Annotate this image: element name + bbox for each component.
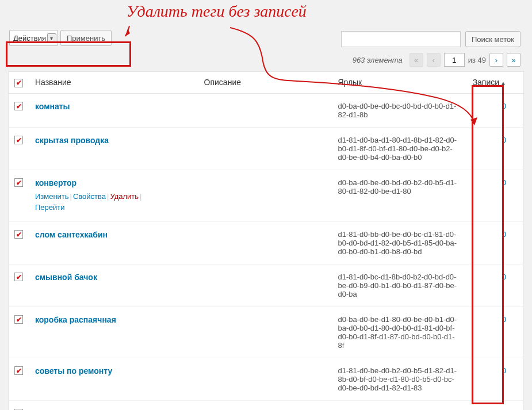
row-checkbox[interactable]	[14, 178, 23, 187]
table-row: советы по ремонтуd1-81-d0-be-d0-b2-d0-b5…	[9, 358, 524, 400]
delete-link[interactable]: Удалить	[110, 192, 139, 201]
slug-cell: d1-81-d0-be-d0-b2-d0-b5-d1-82-d1-8b-d0-b…	[332, 358, 466, 400]
description-cell	[198, 221, 332, 264]
slug-cell: d1-81-d0-ba-d1-80-d1-8b-d1-82-d0-b0-d1-8…	[332, 127, 466, 170]
tag-name-link[interactable]: смывной бачок	[35, 273, 97, 282]
tag-name-link[interactable]: советы по ремонту	[35, 366, 112, 375]
first-page-button[interactable]: «	[409, 53, 423, 67]
description-cell	[198, 93, 332, 127]
count-link[interactable]: 0	[502, 102, 506, 110]
bulk-action-select[interactable]: Действия ▾	[9, 30, 58, 46]
table-row: конверторИзменить|Свойства|Удалить|Перей…	[9, 170, 524, 221]
description-cell	[198, 127, 332, 170]
sort-asc-icon: ▲	[500, 80, 506, 86]
count-link[interactable]: 0	[502, 136, 506, 144]
of-pages: из 49	[468, 56, 486, 64]
table-row: слом сантехкабинd1-81-d0-bb-d0-be-d0-bc-…	[9, 221, 524, 264]
description-cell	[198, 358, 332, 400]
tag-name-link[interactable]: скрытая проводка	[35, 136, 109, 145]
count-link[interactable]: 0	[502, 315, 506, 324]
table-row: смывной бачокd1-81-d0-bc-d1-8b-d0-b2-d0-…	[9, 264, 524, 306]
row-checkbox[interactable]	[14, 136, 23, 144]
chevron-down-icon: ▾	[47, 33, 56, 43]
table-row: коробка распаячнаяd0-ba-d0-be-d1-80-d0-b…	[9, 306, 524, 358]
edit-link[interactable]: Изменить	[35, 192, 69, 201]
prev-page-button[interactable]: ‹	[427, 53, 441, 67]
tag-name-link[interactable]: конвертор	[35, 178, 76, 187]
items-count: 963 элемента	[353, 56, 403, 64]
slug-cell: d1-81-d0-bc-d1-8b-d0-b2-d0-bd-d0-be-d0-b…	[332, 264, 466, 306]
count-link[interactable]: 0	[502, 230, 506, 239]
apply-button[interactable]: Применить	[60, 30, 112, 46]
count-link[interactable]: 0	[502, 178, 506, 187]
row-actions: Изменить|Свойства|Удалить|Перейти	[35, 191, 193, 213]
slug-cell: d0-ba-d0-be-d0-bd-d0-b2-d0-b5-d1-80-d1-8…	[332, 170, 466, 221]
bulk-action-select-label: Действия	[13, 34, 46, 43]
row-checkbox[interactable]	[14, 315, 23, 324]
quickedit-link[interactable]: Свойства	[73, 192, 106, 201]
description-cell	[198, 306, 332, 358]
column-header-description[interactable]: Описание	[198, 72, 332, 94]
current-page-input[interactable]	[444, 53, 465, 67]
select-all-checkbox[interactable]	[14, 79, 23, 87]
last-page-button[interactable]: »	[507, 53, 520, 67]
column-header-slug[interactable]: Ярлык	[332, 72, 466, 94]
row-checkbox[interactable]	[14, 366, 23, 375]
bulk-actions: Действия ▾ Применить	[8, 29, 113, 47]
tag-name-link[interactable]: комнаты	[35, 102, 70, 111]
count-link[interactable]: 0	[502, 273, 506, 281]
row-checkbox[interactable]	[14, 230, 23, 239]
table-row: комнатыd0-ba-d0-be-d0-bc-d0-bd-d0-b0-d1-…	[9, 93, 524, 127]
view-link[interactable]: Перейти	[35, 203, 65, 212]
slug-cell: d0-ba-d0-be-d0-bc-d0-bd-d0-b0-d1-82-d1-8…	[332, 93, 466, 127]
table-row: скрытая проводкаd1-81-d0-ba-d1-80-d1-8b-…	[9, 127, 524, 170]
tags-table: Название Описание Ярлык Записи▲ комнатыd…	[8, 71, 524, 410]
description-cell	[198, 264, 332, 306]
tag-name-link[interactable]: слом сантехкабин	[35, 230, 108, 239]
slug-cell: d0-ba-d0-be-d1-80-d0-be-d0-b1-d0-ba-d0-b…	[332, 306, 466, 358]
search-area: Поиск меток	[341, 31, 520, 47]
next-page-button[interactable]: ›	[489, 53, 503, 67]
column-header-count[interactable]: Записи▲	[466, 72, 523, 94]
pagination: 963 элемента « ‹ из 49 › »	[0, 51, 532, 71]
tag-name-link[interactable]: коробка распаячная	[35, 315, 116, 324]
search-button[interactable]: Поиск меток	[465, 31, 520, 47]
search-input[interactable]	[341, 31, 461, 47]
row-checkbox[interactable]	[14, 273, 23, 281]
column-header-name[interactable]: Название	[29, 72, 198, 94]
count-link[interactable]: 0	[502, 366, 506, 375]
slug-cell: d1-81-d0-bb-d0-be-d0-bc-d1-81-d0-b0-d0-b…	[332, 221, 466, 264]
description-cell	[198, 170, 332, 221]
row-checkbox[interactable]	[14, 102, 23, 110]
